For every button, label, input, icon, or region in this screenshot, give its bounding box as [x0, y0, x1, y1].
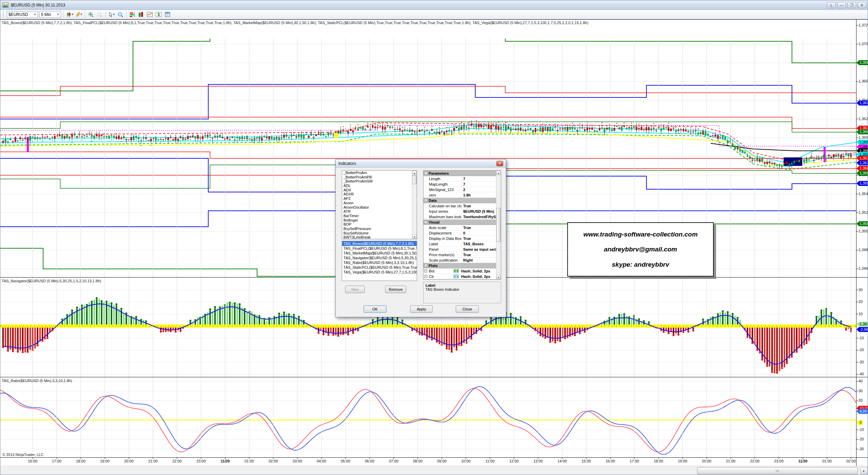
property-row[interactable]: LabelTAS_Boxes: [423, 241, 496, 247]
available-indicator-item[interactable]: BuySellPressure: [342, 227, 412, 231]
collapse-icon[interactable]: −: [424, 221, 427, 224]
available-indicator-item[interactable]: ADL: [342, 184, 412, 188]
interval-selector[interactable]: 5 Min ▼: [39, 11, 61, 18]
property-value[interactable]: Right: [462, 258, 496, 263]
configured-indicator-item[interactable]: TAS_Vega($EURUSD (5 Min),27,7,1,5,3,100,…: [342, 270, 417, 274]
dialog-title-bar[interactable]: Indicators ✕: [336, 159, 506, 168]
property-value[interactable]: True: [462, 236, 496, 241]
scroll-up-icon[interactable]: ▲: [412, 171, 417, 175]
property-row[interactable]: Calculate on bar closTrue: [423, 203, 496, 209]
property-row[interactable]: vers1.8h: [423, 192, 496, 198]
available-indicator-item[interactable]: ADX: [342, 188, 412, 192]
title-bar[interactable]: $EURUSD (5 Min) 30.11.2013 L—❐✕: [0, 0, 868, 10]
cursor-icon[interactable]: ▼: [107, 11, 116, 18]
property-row[interactable]: Input series$EURUSD (5 Min): [423, 209, 496, 214]
property-value[interactable]: 1.8h: [462, 192, 496, 197]
property-value[interactable]: Hash; Solid; 2px: [460, 274, 496, 279]
indicators-dialog[interactable]: Indicators ✕ _BetterProAm_BetterProAmPB_…: [335, 159, 506, 317]
available-indicator-item[interactable]: ATR: [342, 209, 412, 214]
scroll-up-icon[interactable]: ▲: [496, 171, 501, 175]
scroll-thumb[interactable]: [496, 208, 501, 242]
property-value[interactable]: Hash; Solid; 2px: [460, 268, 496, 273]
configured-indicator-item[interactable]: TAS_StaticPCL($EURUSD (5 Min),True,True,…: [342, 265, 417, 270]
available-indicator-item[interactable]: BOP: [342, 222, 412, 227]
property-group-row[interactable]: −Visual: [423, 220, 496, 225]
configured-indicator-item[interactable]: TAS_MarketMap($EURUSD (5 Min),30,1,50,1.…: [342, 251, 417, 255]
property-value[interactable]: $EURUSD (5 Min): [462, 209, 496, 214]
close-button[interactable]: Close: [456, 305, 479, 313]
property-grid[interactable]: −ParametersLength7MapLength7MinSignal_12…: [423, 170, 501, 280]
chart-region[interactable]: TAS_Boxes($EURUSD (5 Min),7,7,2,1.8h), T…: [0, 19, 868, 466]
price-ladder-icon[interactable]: [128, 11, 136, 18]
property-value[interactable]: True: [462, 203, 496, 208]
new-button[interactable]: New: [345, 286, 365, 293]
remove-button[interactable]: Remove: [385, 286, 406, 293]
property-value[interactable]: 7: [462, 182, 496, 187]
close-button[interactable]: ✕: [857, 2, 866, 8]
chart-style-icon[interactable]: ▼: [66, 11, 74, 18]
zoom-out-icon[interactable]: [96, 11, 104, 18]
expand-icon[interactable]: +: [424, 269, 427, 272]
instrument-selector[interactable]: $EURUSD ▼: [7, 11, 38, 18]
scrollbar-thumb[interactable]: III: [697, 467, 858, 474]
available-indicator-item[interactable]: Aroon: [342, 201, 412, 205]
collapse-icon[interactable]: −: [424, 264, 427, 267]
available-indicator-item[interactable]: _BetterProAmPB: [342, 175, 412, 179]
property-row[interactable]: Auto scaleTrue: [423, 225, 496, 230]
property-value[interactable]: 7: [462, 176, 496, 181]
property-value[interactable]: Same as input series: [462, 247, 496, 252]
minimize-button[interactable]: —: [837, 2, 846, 8]
apply-button[interactable]: Apply: [410, 305, 433, 313]
property-value[interactable]: 0: [462, 230, 496, 235]
property-value[interactable]: True: [462, 252, 496, 257]
lock-button[interactable]: L: [827, 2, 836, 8]
property-row[interactable]: Length7: [423, 176, 496, 182]
available-indicator-item[interactable]: ADXR: [342, 192, 412, 196]
drawing-tools-icon[interactable]: ▼: [75, 11, 83, 18]
available-indicator-item[interactable]: Bollinger: [342, 218, 412, 223]
zoom-in-icon[interactable]: [87, 11, 95, 18]
property-value[interactable]: TwoHundredFiftySix: [462, 214, 496, 219]
property-row[interactable]: Price marker(s)True: [423, 252, 496, 258]
available-indicator-item[interactable]: BarTimer: [342, 214, 412, 218]
scroll-down-icon[interactable]: ▼: [496, 275, 501, 279]
market-analyzer-icon[interactable]: [137, 11, 145, 18]
property-row[interactable]: Scale justificationRight: [423, 258, 496, 263]
scroll-right-arrow-icon[interactable]: ▸: [860, 467, 868, 474]
property-group-row[interactable]: −Parameters: [423, 171, 496, 176]
property-row[interactable]: Displacement0: [423, 230, 496, 236]
configured-indicator-item[interactable]: TAS_Boxes($EURUSD (5 Min),7,7,2,1.8h): [342, 241, 417, 246]
mini-chart-icon[interactable]: [146, 11, 154, 18]
property-value[interactable]: TAS_Boxes: [462, 241, 496, 246]
available-indicator-item[interactable]: BWT3LineBreak: [342, 235, 412, 239]
property-row[interactable]: MinSignal_1232: [423, 187, 496, 192]
dialog-close-icon[interactable]: ✕: [496, 161, 503, 166]
available-indicator-item[interactable]: _BetterProAm: [342, 171, 412, 175]
property-value[interactable]: True: [462, 225, 496, 230]
list-scrollbar[interactable]: ▲▼: [412, 171, 417, 239]
property-row[interactable]: +CtrHash; Solid; 2px: [423, 274, 496, 279]
property-row[interactable]: MapLength7: [423, 182, 496, 187]
property-value[interactable]: 2: [462, 187, 496, 192]
account-dollar-icon[interactable]: $: [155, 11, 163, 18]
available-indicators-list[interactable]: _BetterProAm_BetterProAmPB_BetterProAmSM…: [342, 170, 417, 239]
property-row[interactable]: +BotHash; Solid; 2px: [423, 268, 496, 274]
configured-indicator-item[interactable]: TAS_Ratio($EURUSD (5 Min),3,3,10,1.8h): [342, 260, 417, 265]
configured-indicator-item[interactable]: TAS_Navigator($EURUSD (5 Min),5,30,25,1,…: [342, 255, 417, 260]
available-indicator-item[interactable]: AroonOscillator: [342, 205, 412, 210]
available-indicator-item[interactable]: APZ: [342, 196, 412, 201]
configured-indicator-item[interactable]: TAS_FloatPCL($EURUSD (5 Min),8,1,True,Tr…: [342, 246, 417, 251]
toolbar-grip[interactable]: [3, 12, 4, 18]
ok-button[interactable]: OK: [363, 305, 387, 313]
configured-indicators-list[interactable]: TAS_Boxes($EURUSD (5 Min),7,7,2,1.8h)TAS…: [342, 241, 417, 281]
expand-icon[interactable]: +: [424, 275, 427, 278]
available-indicator-item[interactable]: BuySellVolume: [342, 231, 412, 235]
data-box-icon[interactable]: [116, 11, 124, 18]
grid-scrollbar[interactable]: ▲▼: [496, 171, 501, 279]
scroll-thumb[interactable]: [412, 175, 417, 184]
horizontal-scrollbar[interactable]: III ▸: [0, 466, 868, 475]
property-row[interactable]: Maximum bars look lTwoHundredFiftySix: [423, 214, 496, 220]
property-group-row[interactable]: −Data: [423, 198, 496, 203]
collapse-icon[interactable]: −: [424, 199, 427, 202]
restore-button[interactable]: ❐: [847, 2, 856, 8]
